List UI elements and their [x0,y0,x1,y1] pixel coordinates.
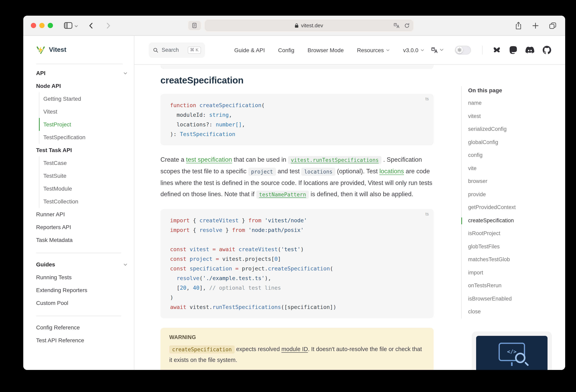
sidebar-item-testcase[interactable]: TestCase [39,156,128,169]
nav-item-label: Guide & API [234,47,265,53]
docs-sidebar: Vitest APINode APIGetting StartedVitestT… [23,36,134,370]
doc-code-link-testnamepattern[interactable]: testNamePattern [256,190,309,198]
forward-arrow-icon [105,22,111,29]
back-button[interactable] [88,22,94,29]
github-icon[interactable] [543,46,551,54]
sidebar-item-running-tests[interactable]: Running Tests [36,271,128,284]
sidebar-item-getting-started[interactable]: Getting Started [39,92,128,105]
doc-link-module-id[interactable]: module ID [281,346,308,352]
site-logo[interactable]: Vitest [36,36,123,64]
minimize-window-button[interactable] [39,23,44,28]
nav-item-config[interactable]: Config [278,47,294,53]
ad-card[interactable]: </> [472,331,552,370]
bluesky-icon[interactable] [492,46,501,54]
nav-item-v3-0-0[interactable]: v3.0.0 [403,47,424,53]
doc-column: createSpecification ts function createSp… [160,65,433,370]
outline-item-import[interactable]: import [468,266,565,279]
outline-item-globalconfig[interactable]: globalConfig [468,136,565,149]
address-zone: vitest.dev [188,20,413,31]
outline-item-matchestestglob[interactable]: matchesTestGlob [468,253,565,266]
nav-item-label: Resources [357,47,384,53]
share-button[interactable] [515,22,522,30]
code-line: const project = vitest.projects[0] [170,254,424,264]
site-logo-text: Vitest [49,46,66,53]
address-bar[interactable]: vitest.dev [204,20,413,31]
nav-item-label: v3.0.0 [403,47,418,53]
sidebar-item-runner-api[interactable]: Runner API [36,208,128,221]
outline-item-createspecification[interactable]: createSpecification [468,214,565,227]
sidebar-item-extending-reporters[interactable]: Extending Reporters [36,284,128,297]
address-bar-actions [394,20,409,31]
nav-item-guide-api[interactable]: Guide & API [234,47,265,53]
sidebar-item-task-metadata[interactable]: Task Metadata [36,234,128,246]
zoom-window-button[interactable] [48,23,53,28]
outline-item-ontestsrerun[interactable]: onTestsRerun [468,279,565,292]
outline-item-close[interactable]: close [468,305,565,318]
outline-item-serializedconfig[interactable]: serializedConfig [468,123,565,136]
previous-code-block-tail [160,65,433,69]
sidebar-section-guides[interactable]: Guides [36,258,128,271]
sidebar-item-testmodule[interactable]: TestModule [39,182,128,195]
share-icon [515,22,522,30]
sidebar-item-test-api-reference[interactable]: Test API Reference [36,334,128,347]
chevron-down-icon [420,48,424,52]
nav-item-resources[interactable]: Resources [357,47,390,53]
outline-item-config[interactable]: config [468,149,565,162]
chevron-down-icon [123,262,128,267]
translate-icon[interactable] [394,23,400,28]
discord-icon[interactable] [525,47,534,53]
outline-item-vitest[interactable]: vitest [468,110,565,123]
sidebar-item-test-task-api[interactable]: Test Task API [36,144,128,156]
outline-item-globtestfiles[interactable]: globTestFiles [468,240,565,253]
sidebar-menu-chevron[interactable] [74,22,78,29]
doc-code-link-vitest-runtestspecifications[interactable]: vitest.runTestSpecifications [288,156,381,164]
sidebar-section-api[interactable]: API [36,67,128,79]
outline-item-name[interactable]: name [468,97,565,110]
outline-title: On this page [468,86,565,94]
text-run: Create a [160,156,186,163]
sidebar-toggle-icon [64,21,72,30]
sidebar-item-vitest[interactable]: Vitest [39,105,128,118]
sidebar-item-node-api[interactable]: Node API [36,79,128,92]
forward-button[interactable] [105,22,111,29]
magnifier-icon [515,353,525,363]
language-menu[interactable] [431,47,444,53]
outline-item-provide[interactable]: provide [468,188,565,201]
reload-icon[interactable] [404,23,409,28]
code-line: locations?: number[], [170,120,424,129]
page-settings-button[interactable] [188,21,201,30]
outline-item-isrootproject[interactable]: isRootProject [468,227,565,240]
outline-item-getprovidedcontext[interactable]: getProvidedContext [468,201,565,214]
text-run: (optional). Test [335,168,379,175]
outline-item-isbrowserenabled[interactable]: isBrowserEnabled [468,292,565,305]
sidebar-toggle-button[interactable] [64,21,72,30]
sidebar-item-custom-pool[interactable]: Custom Pool [36,297,128,309]
code-line: ): TestSpecification [170,129,424,139]
inline-code: project [248,168,276,176]
new-tab-button[interactable] [532,22,539,29]
sidebar-item-config-reference[interactable]: Config Reference [36,321,128,334]
search-button[interactable]: Search ⌘ K [149,42,205,58]
outline-item-browser[interactable]: browser [468,175,565,188]
code-line: moduleId: string, [170,110,424,120]
nav-item-browser-mode[interactable]: Browser Mode [308,47,344,53]
sidebar-item-testproject[interactable]: TestProject [39,118,128,131]
sidebar-item-testcollection[interactable]: TestCollection [39,195,128,208]
doc-link-test-specification[interactable]: test specification [186,156,232,163]
code-content: import { createVitest } from 'vitest/nod… [170,215,424,312]
doc-link-locations[interactable]: locations [379,168,404,175]
sidebar-item-testsuite[interactable]: TestSuite [39,169,128,182]
sidebar-item-testspecification[interactable]: TestSpecification [39,131,128,144]
outline-item-vite[interactable]: vite [468,162,565,175]
theme-toggle[interactable] [455,46,471,54]
on-this-page-outline: On this page namevitestserializedConfigg… [461,65,565,370]
mastodon-icon[interactable] [509,46,517,54]
close-window-button[interactable] [31,23,36,28]
sidebar-item-reporters-api[interactable]: Reporters API [36,221,128,234]
url-text: vitest.dev [301,23,323,29]
tab-overview-button[interactable] [549,22,556,29]
warning-text: createSpecification expects resolved mod… [169,344,425,365]
code-line: ) [170,293,424,302]
toolbar-nav-cluster [64,21,111,30]
code-block-signature: ts function createSpecification( moduleI… [160,94,433,145]
